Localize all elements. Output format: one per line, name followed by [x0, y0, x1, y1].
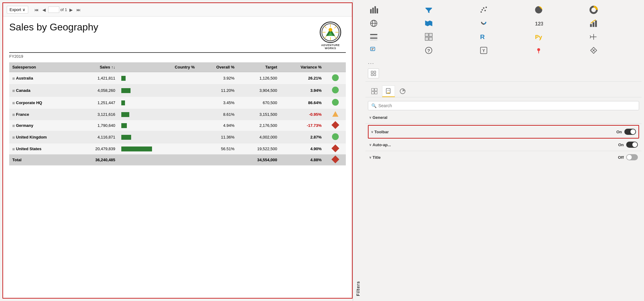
- cell-sales: 3,121,616: [76, 109, 118, 120]
- toolbar-state-label: On: [616, 130, 622, 134]
- cell-variance: 2.87%: [280, 131, 325, 143]
- cell-target: 3,151,500: [238, 109, 280, 120]
- cell-salesperson: ⊞Germany: [9, 120, 76, 131]
- viz-r-script-icon[interactable]: R: [477, 31, 491, 43]
- viz-custom-visual-icon[interactable]: [477, 44, 491, 57]
- cell-country-pct: [155, 84, 198, 97]
- report-content: Sales by Geography: [3, 17, 352, 298]
- nav-last-button[interactable]: ⏭: [75, 7, 82, 13]
- export-chevron-icon: ∨: [22, 7, 25, 12]
- viz-pie-icon[interactable]: [532, 4, 546, 16]
- svg-line-5: [324, 26, 326, 28]
- cell-target: 2,176,500: [238, 120, 280, 131]
- auto-ap-toggle-switch[interactable]: [626, 142, 638, 148]
- general-section: ∨ General: [368, 113, 639, 122]
- viz-python-icon[interactable]: Py: [532, 31, 546, 43]
- cell-variance: -17.73%: [280, 120, 325, 131]
- report-title: Sales by Geography: [9, 22, 98, 33]
- cell-bar: [118, 143, 155, 154]
- cell-overall-pct: 4.94%: [198, 120, 237, 131]
- toolbar-label-area: ∨ Toolbar: [371, 130, 389, 134]
- title-label-area: ∨ Title: [369, 155, 381, 160]
- viz-qa-icon[interactable]: ?: [422, 44, 436, 57]
- nav-next-button[interactable]: ▶: [68, 7, 74, 13]
- viz-donut-icon[interactable]: [587, 4, 601, 16]
- svg-rect-35: [429, 33, 432, 37]
- search-icon: 🔍: [371, 103, 377, 108]
- data-table: Salesperson Sales ↑↓ Country % Overall %…: [9, 62, 346, 166]
- svg-rect-30: [370, 34, 377, 35]
- cell-indicator: [325, 72, 346, 84]
- viz-gauge-icon[interactable]: [477, 17, 491, 29]
- cell-salesperson: ⊞Canada: [9, 84, 76, 97]
- general-label: General: [373, 115, 387, 120]
- format-tab-analytics[interactable]: [396, 85, 409, 97]
- svg-text:R: R: [480, 33, 485, 40]
- title-toggle-switch[interactable]: [626, 154, 638, 160]
- col-header-sales[interactable]: Sales ↑↓: [76, 62, 118, 72]
- nav-first-button[interactable]: ⏮: [33, 7, 40, 13]
- report-header: Sales by Geography: [9, 22, 346, 53]
- svg-rect-14: [374, 6, 376, 13]
- viz-globe-icon[interactable]: [367, 17, 381, 29]
- page-number-input[interactable]: 1: [48, 6, 59, 13]
- format-tab-format[interactable]: [382, 85, 395, 97]
- general-section-header[interactable]: ∨ General: [368, 113, 639, 122]
- toolbar-toggle-switch[interactable]: [624, 129, 636, 135]
- viz-bar-chart-icon[interactable]: [367, 4, 381, 16]
- viz-smart-narr-icon[interactable]: [367, 44, 381, 57]
- svg-rect-61: [387, 92, 390, 93]
- auto-ap-section: ∨ Auto-ap... On: [368, 140, 639, 150]
- svg-rect-37: [429, 37, 432, 41]
- col-header-country-pct: Country %: [155, 62, 198, 72]
- viz-table-icon[interactable]: [367, 31, 381, 43]
- svg-rect-12: [370, 9, 372, 14]
- svg-rect-33: [370, 39, 377, 41]
- viz-scatter-icon[interactable]: [477, 4, 491, 16]
- search-input[interactable]: [378, 103, 636, 108]
- nav-prev-button[interactable]: ◀: [41, 7, 47, 13]
- cell-variance: 3.94%: [280, 84, 325, 97]
- adventure-works-logo-icon: [321, 23, 340, 41]
- cell-indicator: [325, 131, 346, 143]
- viz-icon-grid: 123 R Py: [365, 2, 642, 58]
- svg-text:123: 123: [535, 21, 543, 26]
- cell-overall-pct: 3.45%: [198, 97, 237, 109]
- svg-rect-28: [593, 22, 595, 27]
- title-chevron-icon: ∨: [369, 156, 371, 159]
- filters-vertical-label: Filters: [353, 0, 363, 301]
- cell-overall-pct: 3.92%: [198, 72, 237, 84]
- col-header-variance: Variance %: [280, 62, 325, 72]
- svg-line-8: [324, 36, 326, 38]
- filters-label-area: Filters: [353, 0, 644, 301]
- cell-country-pct: [155, 72, 198, 84]
- svg-rect-29: [595, 21, 597, 27]
- svg-point-11: [329, 28, 332, 32]
- cell-country-pct: [155, 143, 198, 154]
- cell-country-pct: [155, 97, 198, 109]
- svg-text:Py: Py: [535, 34, 542, 40]
- export-button[interactable]: Export ∨: [7, 6, 28, 14]
- viz-filled-map-icon[interactable]: [422, 17, 436, 29]
- format-tab-fields[interactable]: [368, 85, 381, 97]
- viz-filter-icon[interactable]: [422, 4, 436, 16]
- viz-kpi-icon[interactable]: [587, 17, 601, 29]
- viz-decomp-tree-icon[interactable]: [587, 31, 601, 43]
- expand-icon-button[interactable]: [368, 68, 379, 78]
- format-tabs: [365, 83, 642, 97]
- cell-sales: 1,421,811: [76, 72, 118, 84]
- svg-rect-53: [374, 71, 376, 73]
- cell-bar: [118, 97, 155, 109]
- visualizations-panel: 123 R Py: [363, 0, 644, 301]
- cell-variance: 26.21%: [280, 72, 325, 84]
- svg-rect-58: [372, 92, 374, 94]
- svg-line-7: [334, 26, 337, 28]
- svg-rect-36: [425, 37, 428, 41]
- viz-map-pin-icon[interactable]: [532, 44, 546, 57]
- viz-number-icon[interactable]: 123: [532, 17, 546, 29]
- table-row: ⊞Australia 1,421,811 3.92% 1,126,500 26.…: [9, 72, 346, 84]
- general-section-label-area: ∨ General: [369, 115, 387, 120]
- viz-matrix-icon[interactable]: [422, 31, 436, 43]
- table-row: ⊞France 3,121,616 8.61% 3,151,500 -0.95%: [9, 109, 346, 120]
- viz-diamond-x-icon[interactable]: [587, 44, 601, 57]
